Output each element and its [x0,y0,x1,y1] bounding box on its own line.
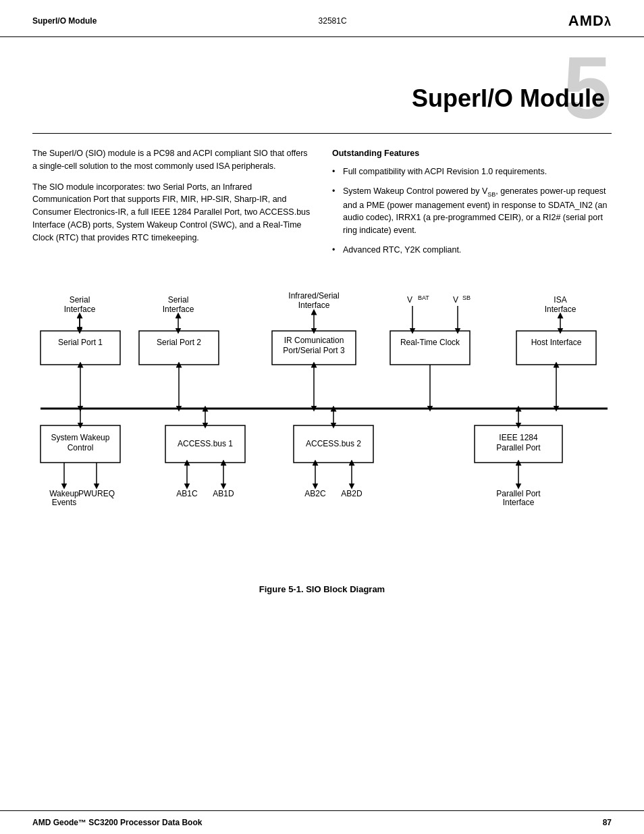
box-rtc [390,331,470,365]
amd-logo: AMDλ [568,12,612,30]
footer-right: 87 [603,818,612,827]
label-infrared-serial-b: Interface [298,301,330,310]
label-ab2c: AB2C [304,489,326,498]
box-host-interface [516,331,596,365]
feature-item-3: Advanced RTC, Y2K compliant. [332,244,612,257]
features-list: Full compatibility with ACPI Revision 1.… [332,165,612,257]
content-right-column: Outstanding Features Full compatibility … [332,147,612,263]
label-serial-interface-2b: Interface [163,305,194,314]
label-sp1: Serial Port 1 [58,338,103,347]
box-serial-port-1 [41,331,120,365]
label-isa-interface-b: Interface [545,305,576,314]
footer-left: AMD Geode™ SC3200 Processor Data Book [32,818,202,827]
label-vsb: V [453,295,458,305]
label-vbat-sub: BAT [418,294,429,301]
figure-caption: Figure 5-1. SIO Block Diagram [20,584,624,594]
label-serial-interface-2: Serial [168,295,189,305]
intro-para2: The SIO module incorporates: two Serial … [32,181,312,244]
label-ab2: ACCESS.bus 2 [306,439,361,448]
label-ir2: Port/Serial Port 3 [283,346,345,355]
label-isa-interface: ISA [554,295,566,305]
label-ppi1: Parallel Port [496,489,541,498]
label-host: Host Interface [531,338,582,347]
label-swc1: System Wakeup [51,433,110,442]
page: SuperI/O Module 32581C AMDλ 5 SuperI/O M… [0,0,644,834]
label-ir1: IR Comunication [284,336,344,345]
label-wakeup1: Wakeup [49,489,79,498]
label-vsb-sub: SB [462,294,471,301]
label-serial-interface-1: Serial [70,295,90,305]
features-title: Outstanding Features [332,147,612,160]
label-ieee1: IEEE 1284 [499,433,538,442]
label-ppi2: Interface [503,498,535,507]
diagram-area: Serial Interface Serial Interface Infrar… [0,277,644,615]
chapter-area: 5 SuperI/O Module [0,37,644,133]
box-serial-port-2 [139,331,219,365]
label-ab1d: AB1D [213,489,234,498]
label-ab2d: AB2D [341,489,363,498]
feature-item-1: Full compatibility with ACPI Revision 1.… [332,165,612,178]
content-area: The SuperI/O (SIO) module is a PC98 and … [0,147,644,263]
header-doc-number: 32581C [319,16,347,26]
label-swc2: Control [68,443,94,452]
label-ieee2: Parallel Port [496,443,541,452]
label-pwureq: PWUREQ [78,489,115,498]
label-infrared-serial: Infrared/Serial [288,291,339,301]
label-ab1: ACCESS.bus 1 [178,439,233,448]
sio-block-diagram: Serial Interface Serial Interface Infrar… [20,284,624,576]
chapter-divider [32,133,612,134]
label-sp2: Serial Port 2 [157,338,201,347]
content-left-column: The SuperI/O (SIO) module is a PC98 and … [32,147,312,263]
label-ab1c: AB1C [176,489,198,498]
intro-para1: The SuperI/O (SIO) module is a PC98 and … [32,147,312,173]
header-module-name: SuperI/O Module [32,16,97,26]
feature-item-2: System Wakeup Control powered by VSB, ge… [332,185,612,237]
label-serial-interface-1b: Interface [64,305,96,314]
page-footer: AMD Geode™ SC3200 Processor Data Book 87 [0,810,644,834]
page-header: SuperI/O Module 32581C AMDλ [0,0,644,37]
chapter-title: SuperI/O Module [32,84,605,126]
label-wakeup2: Events [52,498,77,507]
label-rtc: Real-Time Clock [400,338,460,347]
label-vbat: V [407,295,412,305]
